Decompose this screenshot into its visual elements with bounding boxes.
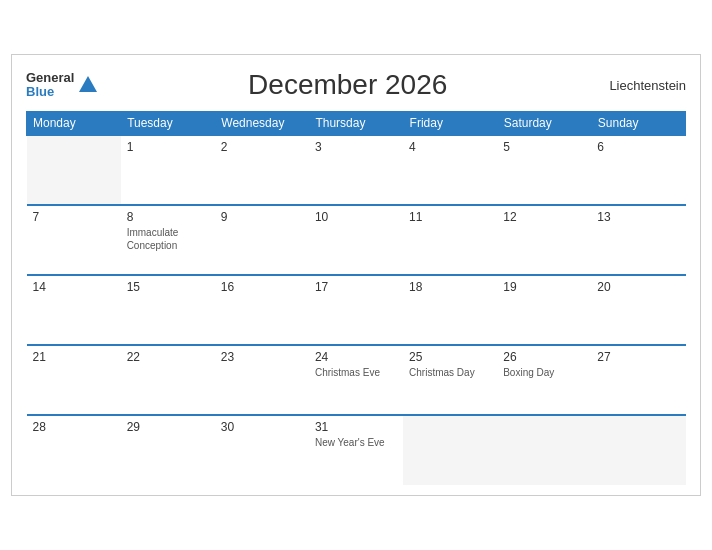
day-number: 1 [127,140,209,154]
week-row-1: 78Immaculate Conception910111213 [27,205,686,275]
week-row-2: 14151617181920 [27,275,686,345]
header-friday: Friday [403,112,497,136]
day-number: 24 [315,350,397,364]
calendar-day: 17 [309,275,403,345]
calendar-wrapper: General Blue December 2026 Liechtenstein… [11,54,701,496]
day-number: 8 [127,210,209,224]
day-number: 19 [503,280,585,294]
day-number: 17 [315,280,397,294]
calendar-day: 25Christmas Day [403,345,497,415]
calendar-day: 27 [591,345,685,415]
calendar-day: 16 [215,275,309,345]
calendar-day: 3 [309,135,403,205]
country-label: Liechtenstein [596,78,686,93]
month-title: December 2026 [99,69,596,101]
calendar-grid: Monday Tuesday Wednesday Thursday Friday… [26,111,686,485]
calendar-day: 15 [121,275,215,345]
day-number: 23 [221,350,303,364]
holiday-label: Immaculate Conception [127,226,209,252]
calendar-day: 21 [27,345,121,415]
calendar-day [27,135,121,205]
day-number: 30 [221,420,303,434]
day-number: 16 [221,280,303,294]
weekday-header-row: Monday Tuesday Wednesday Thursday Friday… [27,112,686,136]
day-number: 31 [315,420,397,434]
calendar-day: 9 [215,205,309,275]
header-monday: Monday [27,112,121,136]
calendar-day: 29 [121,415,215,485]
logo-blue-text: Blue [26,85,74,99]
day-number: 5 [503,140,585,154]
calendar-day: 1 [121,135,215,205]
svg-marker-0 [79,76,97,92]
header-wednesday: Wednesday [215,112,309,136]
calendar-day: 6 [591,135,685,205]
logo: General Blue [26,71,99,100]
day-number: 7 [33,210,115,224]
day-number: 29 [127,420,209,434]
calendar-day: 7 [27,205,121,275]
calendar-day: 22 [121,345,215,415]
calendar-day: 4 [403,135,497,205]
day-number: 4 [409,140,491,154]
day-number: 15 [127,280,209,294]
calendar-day: 5 [497,135,591,205]
calendar-day: 20 [591,275,685,345]
calendar-day: 26Boxing Day [497,345,591,415]
calendar-day: 2 [215,135,309,205]
day-number: 25 [409,350,491,364]
calendar-day: 8Immaculate Conception [121,205,215,275]
day-number: 11 [409,210,491,224]
calendar-day: 12 [497,205,591,275]
header-sunday: Sunday [591,112,685,136]
week-row-0: 123456 [27,135,686,205]
header-saturday: Saturday [497,112,591,136]
day-number: 21 [33,350,115,364]
header-tuesday: Tuesday [121,112,215,136]
day-number: 10 [315,210,397,224]
day-number: 28 [33,420,115,434]
holiday-label: New Year's Eve [315,436,397,449]
week-row-4: 28293031New Year's Eve [27,415,686,485]
calendar-header: General Blue December 2026 Liechtenstein [26,69,686,101]
calendar-day: 30 [215,415,309,485]
day-number: 3 [315,140,397,154]
calendar-day: 10 [309,205,403,275]
logo-icon [77,74,99,96]
calendar-day [591,415,685,485]
header-thursday: Thursday [309,112,403,136]
day-number: 6 [597,140,679,154]
calendar-day: 14 [27,275,121,345]
calendar-day: 19 [497,275,591,345]
day-number: 12 [503,210,585,224]
holiday-label: Boxing Day [503,366,585,379]
calendar-day [497,415,591,485]
logo-general-text: General [26,71,74,85]
day-number: 9 [221,210,303,224]
calendar-day: 18 [403,275,497,345]
calendar-day: 23 [215,345,309,415]
day-number: 2 [221,140,303,154]
day-number: 14 [33,280,115,294]
day-number: 26 [503,350,585,364]
day-number: 27 [597,350,679,364]
calendar-day [403,415,497,485]
logo-text: General Blue [26,71,74,100]
holiday-label: Christmas Day [409,366,491,379]
day-number: 13 [597,210,679,224]
calendar-day: 31New Year's Eve [309,415,403,485]
calendar-day: 28 [27,415,121,485]
calendar-day: 13 [591,205,685,275]
holiday-label: Christmas Eve [315,366,397,379]
calendar-day: 11 [403,205,497,275]
day-number: 20 [597,280,679,294]
week-row-3: 21222324Christmas Eve25Christmas Day26Bo… [27,345,686,415]
calendar-day: 24Christmas Eve [309,345,403,415]
day-number: 18 [409,280,491,294]
day-number: 22 [127,350,209,364]
